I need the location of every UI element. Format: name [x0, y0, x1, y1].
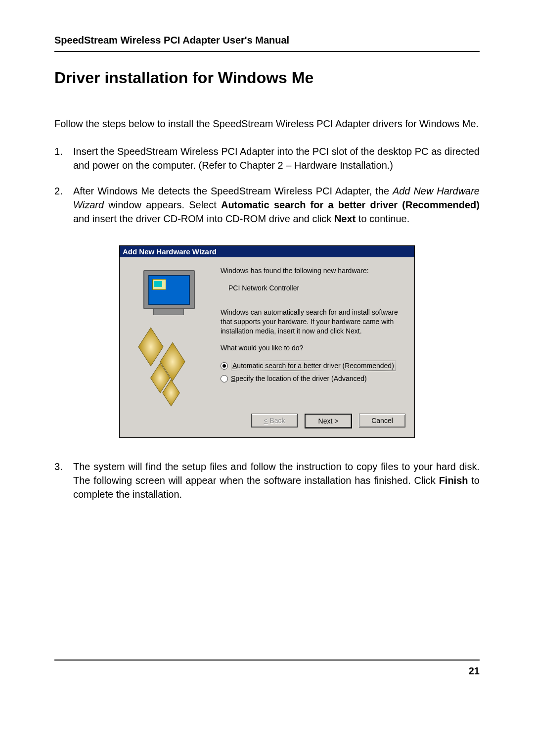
next-button-label: Next >: [318, 417, 339, 425]
step-2-text-b: window appears. Select: [104, 199, 221, 210]
page-title: Driver installation for Windows Me: [54, 69, 480, 87]
step-2-text-c: and insert the driver CD-ROM into CD-ROM…: [73, 213, 334, 224]
step-3-text-a: The system will find the setup files and…: [73, 461, 480, 486]
page-number: 21: [54, 660, 480, 677]
dialog-description: Windows can automatically search for and…: [221, 308, 405, 336]
monitor-icon: [143, 270, 198, 315]
back-button-label: < Back: [264, 417, 285, 425]
disk-icon: [138, 328, 163, 367]
cancel-button[interactable]: Cancel: [359, 414, 405, 427]
step-2-bold1: Automatic search for a better driver (Re…: [221, 199, 480, 210]
back-button: < Back: [251, 414, 298, 427]
next-button[interactable]: Next >: [305, 414, 352, 428]
page-header: SpeedStream Wireless PCI Adapter User's …: [54, 35, 480, 52]
found-hardware-label: Windows has found the following new hard…: [221, 266, 405, 276]
add-new-hardware-wizard-dialog: Add New Hardware Wizard Windows has foun…: [119, 245, 415, 438]
step-2: After Windows Me detects the SpeedStream…: [54, 184, 480, 226]
step-3: The system will find the setup files and…: [54, 460, 480, 501]
step-1: Insert the SpeedStream Wireless PCI Adap…: [54, 144, 480, 172]
radio-option-specify[interactable]: Specify the location of the driver (Adva…: [221, 374, 405, 383]
step-2-bold2: Next: [334, 213, 356, 224]
device-name: PCI Network Controller: [228, 284, 405, 293]
dialog-titlebar: Add New Hardware Wizard: [120, 246, 414, 257]
intro-paragraph: Follow the steps below to install the Sp…: [54, 117, 480, 131]
radio-option-automatic[interactable]: Automatic search for a better driver (Re…: [221, 361, 405, 371]
radio-label-specify: Specify the location of the driver (Adva…: [231, 374, 367, 383]
dialog-question: What would you like to do?: [221, 343, 405, 353]
wizard-graphic: [129, 266, 213, 405]
step-2-text-a: After Windows Me detects the SpeedStream…: [73, 186, 393, 196]
cancel-button-label: Cancel: [371, 417, 393, 425]
step-3-bold: Finish: [439, 475, 468, 486]
step-2-text-d: to continue.: [356, 213, 409, 224]
radio-label-automatic: Automatic search for a better driver (Re…: [231, 361, 396, 371]
radio-icon: [221, 375, 228, 382]
radio-icon: [221, 362, 228, 370]
